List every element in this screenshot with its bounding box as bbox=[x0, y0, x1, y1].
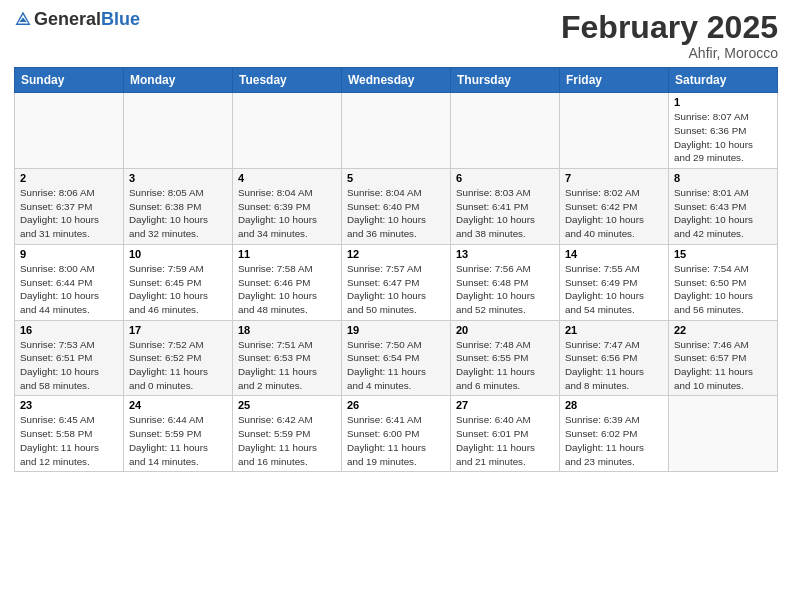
table-row: 20Sunrise: 7:48 AM Sunset: 6:55 PM Dayli… bbox=[451, 320, 560, 396]
day-info: Sunrise: 7:53 AM Sunset: 6:51 PM Dayligh… bbox=[20, 338, 118, 393]
day-info: Sunrise: 8:01 AM Sunset: 6:43 PM Dayligh… bbox=[674, 186, 772, 241]
day-info: Sunrise: 6:42 AM Sunset: 5:59 PM Dayligh… bbox=[238, 413, 336, 468]
weekday-header-row: Sunday Monday Tuesday Wednesday Thursday… bbox=[15, 68, 778, 93]
day-number: 26 bbox=[347, 399, 445, 411]
day-info: Sunrise: 7:51 AM Sunset: 6:53 PM Dayligh… bbox=[238, 338, 336, 393]
day-info: Sunrise: 8:04 AM Sunset: 6:40 PM Dayligh… bbox=[347, 186, 445, 241]
day-number: 3 bbox=[129, 172, 227, 184]
calendar-week-row: 16Sunrise: 7:53 AM Sunset: 6:51 PM Dayli… bbox=[15, 320, 778, 396]
table-row: 10Sunrise: 7:59 AM Sunset: 6:45 PM Dayli… bbox=[124, 244, 233, 320]
day-info: Sunrise: 8:07 AM Sunset: 6:36 PM Dayligh… bbox=[674, 110, 772, 165]
day-info: Sunrise: 7:58 AM Sunset: 6:46 PM Dayligh… bbox=[238, 262, 336, 317]
day-info: Sunrise: 8:02 AM Sunset: 6:42 PM Dayligh… bbox=[565, 186, 663, 241]
table-row: 21Sunrise: 7:47 AM Sunset: 6:56 PM Dayli… bbox=[560, 320, 669, 396]
day-number: 22 bbox=[674, 324, 772, 336]
day-info: Sunrise: 7:50 AM Sunset: 6:54 PM Dayligh… bbox=[347, 338, 445, 393]
day-number: 20 bbox=[456, 324, 554, 336]
day-info: Sunrise: 8:03 AM Sunset: 6:41 PM Dayligh… bbox=[456, 186, 554, 241]
calendar-week-row: 1Sunrise: 8:07 AM Sunset: 6:36 PM Daylig… bbox=[15, 93, 778, 169]
day-number: 25 bbox=[238, 399, 336, 411]
day-number: 28 bbox=[565, 399, 663, 411]
header: GeneralBlue February 2025 Ahfir, Morocco bbox=[14, 10, 778, 61]
table-row bbox=[669, 396, 778, 472]
day-number: 7 bbox=[565, 172, 663, 184]
day-info: Sunrise: 7:52 AM Sunset: 6:52 PM Dayligh… bbox=[129, 338, 227, 393]
day-info: Sunrise: 7:56 AM Sunset: 6:48 PM Dayligh… bbox=[456, 262, 554, 317]
day-info: Sunrise: 6:39 AM Sunset: 6:02 PM Dayligh… bbox=[565, 413, 663, 468]
table-row bbox=[560, 93, 669, 169]
table-row: 17Sunrise: 7:52 AM Sunset: 6:52 PM Dayli… bbox=[124, 320, 233, 396]
title-block: February 2025 Ahfir, Morocco bbox=[561, 10, 778, 61]
day-info: Sunrise: 7:54 AM Sunset: 6:50 PM Dayligh… bbox=[674, 262, 772, 317]
logo: GeneralBlue bbox=[14, 10, 140, 28]
table-row: 24Sunrise: 6:44 AM Sunset: 5:59 PM Dayli… bbox=[124, 396, 233, 472]
day-info: Sunrise: 6:40 AM Sunset: 6:01 PM Dayligh… bbox=[456, 413, 554, 468]
day-info: Sunrise: 8:05 AM Sunset: 6:38 PM Dayligh… bbox=[129, 186, 227, 241]
day-info: Sunrise: 8:06 AM Sunset: 6:37 PM Dayligh… bbox=[20, 186, 118, 241]
calendar-title: February 2025 bbox=[561, 10, 778, 45]
table-row bbox=[15, 93, 124, 169]
table-row bbox=[342, 93, 451, 169]
table-row bbox=[233, 93, 342, 169]
day-info: Sunrise: 8:00 AM Sunset: 6:44 PM Dayligh… bbox=[20, 262, 118, 317]
calendar-week-row: 23Sunrise: 6:45 AM Sunset: 5:58 PM Dayli… bbox=[15, 396, 778, 472]
header-thursday: Thursday bbox=[451, 68, 560, 93]
table-row: 15Sunrise: 7:54 AM Sunset: 6:50 PM Dayli… bbox=[669, 244, 778, 320]
table-row: 7Sunrise: 8:02 AM Sunset: 6:42 PM Daylig… bbox=[560, 169, 669, 245]
table-row: 3Sunrise: 8:05 AM Sunset: 6:38 PM Daylig… bbox=[124, 169, 233, 245]
day-number: 6 bbox=[456, 172, 554, 184]
day-number: 8 bbox=[674, 172, 772, 184]
day-info: Sunrise: 8:04 AM Sunset: 6:39 PM Dayligh… bbox=[238, 186, 336, 241]
day-number: 13 bbox=[456, 248, 554, 260]
calendar-table: Sunday Monday Tuesday Wednesday Thursday… bbox=[14, 67, 778, 472]
table-row: 5Sunrise: 8:04 AM Sunset: 6:40 PM Daylig… bbox=[342, 169, 451, 245]
day-info: Sunrise: 6:41 AM Sunset: 6:00 PM Dayligh… bbox=[347, 413, 445, 468]
day-number: 27 bbox=[456, 399, 554, 411]
calendar-subtitle: Ahfir, Morocco bbox=[561, 45, 778, 61]
day-number: 23 bbox=[20, 399, 118, 411]
day-number: 19 bbox=[347, 324, 445, 336]
day-info: Sunrise: 7:57 AM Sunset: 6:47 PM Dayligh… bbox=[347, 262, 445, 317]
header-sunday: Sunday bbox=[15, 68, 124, 93]
header-tuesday: Tuesday bbox=[233, 68, 342, 93]
day-number: 21 bbox=[565, 324, 663, 336]
table-row: 23Sunrise: 6:45 AM Sunset: 5:58 PM Dayli… bbox=[15, 396, 124, 472]
header-friday: Friday bbox=[560, 68, 669, 93]
logo-icon bbox=[14, 10, 32, 28]
day-info: Sunrise: 7:46 AM Sunset: 6:57 PM Dayligh… bbox=[674, 338, 772, 393]
header-saturday: Saturday bbox=[669, 68, 778, 93]
header-monday: Monday bbox=[124, 68, 233, 93]
day-number: 12 bbox=[347, 248, 445, 260]
table-row: 16Sunrise: 7:53 AM Sunset: 6:51 PM Dayli… bbox=[15, 320, 124, 396]
table-row: 8Sunrise: 8:01 AM Sunset: 6:43 PM Daylig… bbox=[669, 169, 778, 245]
day-number: 10 bbox=[129, 248, 227, 260]
day-info: Sunrise: 7:48 AM Sunset: 6:55 PM Dayligh… bbox=[456, 338, 554, 393]
calendar-week-row: 2Sunrise: 8:06 AM Sunset: 6:37 PM Daylig… bbox=[15, 169, 778, 245]
day-number: 18 bbox=[238, 324, 336, 336]
logo-general-text: General bbox=[34, 9, 101, 29]
day-number: 14 bbox=[565, 248, 663, 260]
day-number: 24 bbox=[129, 399, 227, 411]
table-row bbox=[451, 93, 560, 169]
day-number: 17 bbox=[129, 324, 227, 336]
page: GeneralBlue February 2025 Ahfir, Morocco… bbox=[0, 0, 792, 612]
table-row: 28Sunrise: 6:39 AM Sunset: 6:02 PM Dayli… bbox=[560, 396, 669, 472]
table-row: 25Sunrise: 6:42 AM Sunset: 5:59 PM Dayli… bbox=[233, 396, 342, 472]
table-row: 1Sunrise: 8:07 AM Sunset: 6:36 PM Daylig… bbox=[669, 93, 778, 169]
day-number: 5 bbox=[347, 172, 445, 184]
day-number: 1 bbox=[674, 96, 772, 108]
table-row: 13Sunrise: 7:56 AM Sunset: 6:48 PM Dayli… bbox=[451, 244, 560, 320]
logo-blue-text: Blue bbox=[101, 9, 140, 29]
day-number: 4 bbox=[238, 172, 336, 184]
header-wednesday: Wednesday bbox=[342, 68, 451, 93]
table-row: 18Sunrise: 7:51 AM Sunset: 6:53 PM Dayli… bbox=[233, 320, 342, 396]
table-row: 22Sunrise: 7:46 AM Sunset: 6:57 PM Dayli… bbox=[669, 320, 778, 396]
table-row: 4Sunrise: 8:04 AM Sunset: 6:39 PM Daylig… bbox=[233, 169, 342, 245]
day-number: 15 bbox=[674, 248, 772, 260]
table-row: 12Sunrise: 7:57 AM Sunset: 6:47 PM Dayli… bbox=[342, 244, 451, 320]
table-row: 11Sunrise: 7:58 AM Sunset: 6:46 PM Dayli… bbox=[233, 244, 342, 320]
day-number: 2 bbox=[20, 172, 118, 184]
day-info: Sunrise: 7:47 AM Sunset: 6:56 PM Dayligh… bbox=[565, 338, 663, 393]
day-number: 11 bbox=[238, 248, 336, 260]
table-row: 9Sunrise: 8:00 AM Sunset: 6:44 PM Daylig… bbox=[15, 244, 124, 320]
